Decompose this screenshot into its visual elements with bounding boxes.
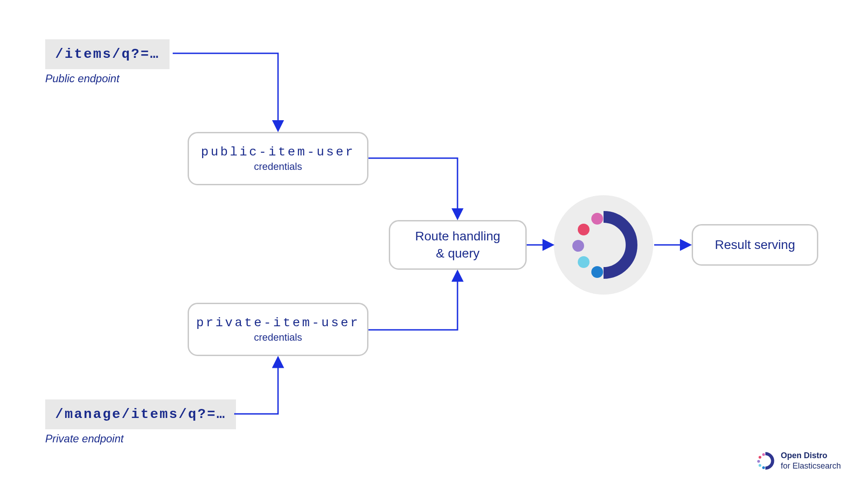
open-distro-logo-icon [554,195,653,295]
svg-point-9 [762,466,765,469]
footer-text: Open Distro for Elasticsearch [781,450,841,471]
route-line2: & query [436,245,480,262]
svg-point-6 [759,456,761,459]
private-credentials-node: private-item-user credentials [188,303,368,356]
diagram-canvas: /items/q?=… Public endpoint /manage/item… [0,0,868,488]
private-endpoint-path: /manage/items/q?=… [55,407,226,422]
svg-point-4 [591,266,603,278]
private-credentials-sub: credentials [254,332,302,343]
public-endpoint-label: Public endpoint [45,72,119,85]
svg-point-5 [762,453,765,456]
route-handling-node: Route handling & query [389,220,527,270]
private-endpoint-box: /manage/items/q?=… [45,399,236,429]
private-user-text: private-item-user [196,316,360,330]
svg-point-0 [591,213,603,225]
private-endpoint-label: Private endpoint [45,432,123,445]
result-serving-node: Result serving [692,224,818,266]
open-distro-mini-icon [756,452,774,470]
svg-point-1 [578,224,590,235]
public-endpoint-path: /items/q?=… [55,47,160,62]
public-endpoint-box: /items/q?=… [45,39,170,69]
public-user-text: public-item-user [201,145,355,159]
svg-point-3 [578,256,590,268]
public-credentials-sub: credentials [254,161,302,173]
public-credentials-node: public-item-user credentials [188,132,368,185]
footer-sub: for Elasticsearch [781,461,841,471]
svg-point-8 [759,464,761,467]
route-line1: Route handling [415,228,500,245]
svg-point-2 [572,240,584,252]
footer-bold: Open Distro [781,450,841,461]
footer-logo: Open Distro for Elasticsearch [756,450,841,471]
svg-point-7 [757,460,760,463]
result-label: Result serving [715,236,795,253]
